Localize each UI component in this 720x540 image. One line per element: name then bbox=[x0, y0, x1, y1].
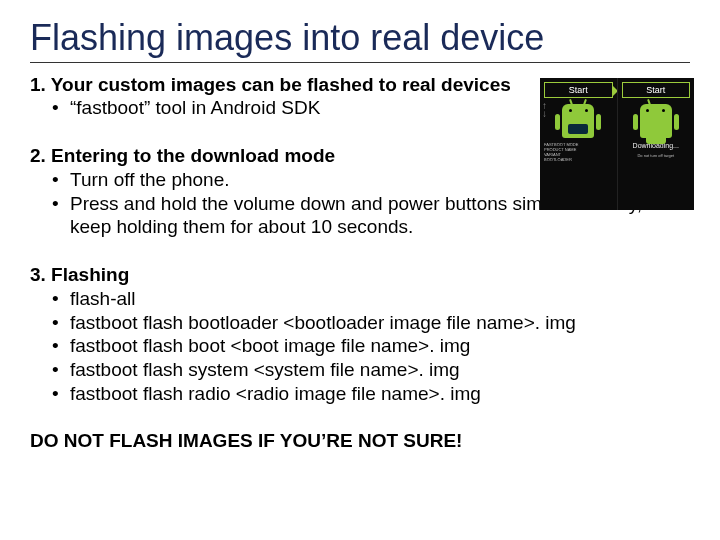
fastboot-info-text: FASTBOOT MODEPRODUCT NAMEVARIANTBOOTLOAD… bbox=[544, 142, 613, 162]
android-open-icon bbox=[562, 104, 594, 138]
start-button-label: Start bbox=[544, 82, 613, 98]
android-stand-icon bbox=[640, 104, 672, 138]
section-1-bullet-1: “fastboot” tool in Android SDK bbox=[70, 96, 550, 120]
phone-fastboot: Start ↑↓ FASTBOOT MODEPRODUCT NAMEVARIAN… bbox=[540, 78, 617, 210]
phone-download: Start Downloading... Do not turn off tar… bbox=[617, 78, 695, 210]
volume-arrows-icon: ↑↓ bbox=[542, 102, 547, 118]
download-hint-text: Do not turn off target bbox=[622, 153, 691, 158]
slide: Flashing images into real device 1. Your… bbox=[0, 0, 720, 472]
section-3-head: 3. Flashing bbox=[30, 263, 690, 287]
section-1: 1. Your custom images can be flashed to … bbox=[30, 73, 550, 121]
section-3-bullets: flash-all fastboot flash bootloader <boo… bbox=[30, 287, 690, 406]
warning-text: DO NOT FLASH IMAGES IF YOU’RE NOT SURE! bbox=[30, 430, 690, 452]
section-3: 3. Flashing flash-all fastboot flash boo… bbox=[30, 263, 690, 406]
section-1-head: 1. Your custom images can be flashed to … bbox=[30, 73, 550, 97]
slide-title: Flashing images into real device bbox=[30, 18, 690, 63]
section-3-bullet-1: flash-all bbox=[70, 287, 690, 311]
start-button-label-2: Start bbox=[622, 82, 691, 98]
section-1-bullets: “fastboot” tool in Android SDK bbox=[30, 96, 550, 120]
section-3-bullet-4: fastboot flash system <system file name>… bbox=[70, 358, 690, 382]
section-3-bullet-3: fastboot flash boot <boot image file nam… bbox=[70, 334, 690, 358]
section-3-bullet-2: fastboot flash bootloader <bootloader im… bbox=[70, 311, 690, 335]
section-3-bullet-5: fastboot flash radio <radio image file n… bbox=[70, 382, 690, 406]
device-screenshots: Start ↑↓ FASTBOOT MODEPRODUCT NAMEVARIAN… bbox=[540, 78, 694, 210]
